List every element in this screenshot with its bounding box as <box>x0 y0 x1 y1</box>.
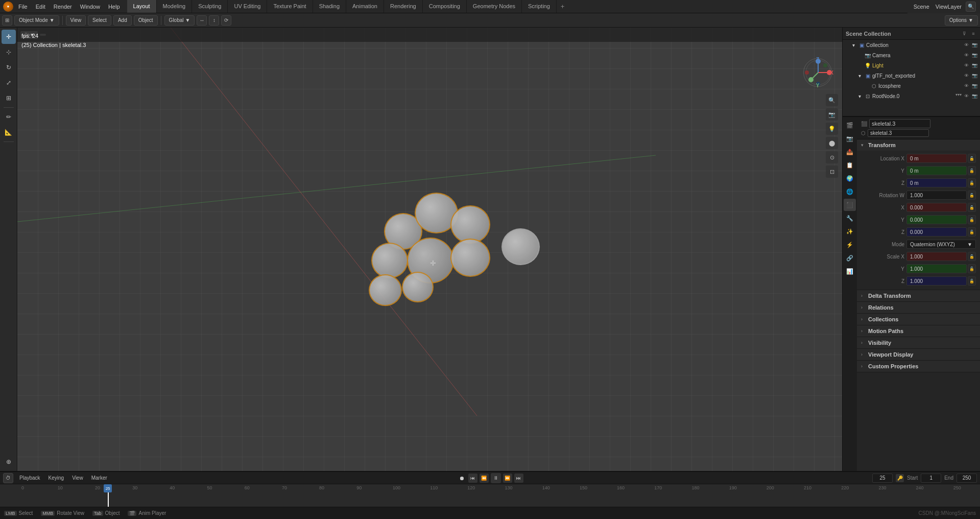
keying-icon[interactable]: 🔑 <box>896 474 904 482</box>
outliner-item-collection[interactable]: ▾ ▣ Collection 👁 📷 <box>843 40 980 50</box>
custom-props-section-header[interactable]: › Custom Properties <box>857 361 980 372</box>
scale-x-lock[interactable]: 🔓 <box>968 252 976 261</box>
tab-compositing[interactable]: Compositing <box>423 0 467 13</box>
prop-tab-world[interactable]: 🌐 <box>844 185 856 198</box>
vp-zoom-in-btn[interactable]: 🔍 <box>826 94 838 106</box>
viewport-gizmo[interactable]: X Z Y <box>803 58 834 89</box>
rotation-x-input[interactable]: 0.000 <box>906 203 967 212</box>
vp-overlays-btn[interactable]: ⊙ <box>826 151 838 163</box>
tab-animation[interactable]: Animation <box>346 0 384 13</box>
tab-shading[interactable]: Shading <box>313 0 346 13</box>
viewport-display-section-header[interactable]: › Viewport Display <box>857 349 980 360</box>
rotation-x-lock[interactable]: 🔓 <box>968 203 976 212</box>
outliner-options-btn[interactable]: ≡ <box>970 30 977 37</box>
add-tool-btn[interactable]: ⊕ <box>2 455 16 469</box>
select-menu[interactable]: Select <box>88 15 111 26</box>
camera-render-icon[interactable]: 📷 <box>971 52 978 59</box>
collection-vis-icon[interactable]: 👁 <box>963 41 970 49</box>
ico-vis-icon[interactable]: 👁 <box>963 82 970 89</box>
transform-icon-2[interactable]: ↕ <box>209 15 219 26</box>
prop-tab-scene-settings[interactable]: 🌍 <box>844 172 856 184</box>
root-vis-icon[interactable]: 👁 <box>963 92 970 100</box>
vp-camera-btn[interactable]: 📷 <box>826 108 838 121</box>
move-tool-btn[interactable]: ⊹ <box>2 45 16 59</box>
transform-icon-1[interactable]: ↔ <box>197 15 207 26</box>
view-menu[interactable]: View <box>66 15 86 26</box>
prop-tab-modifier[interactable]: 🔧 <box>844 212 856 224</box>
rotation-y-input[interactable]: 0.000 <box>906 215 967 224</box>
scale-y-lock[interactable]: 🔓 <box>968 264 976 273</box>
scale-tool-btn[interactable]: ⤢ <box>2 76 16 90</box>
light-vis-icon[interactable]: 👁 <box>963 62 970 69</box>
light-render-icon[interactable]: 📷 <box>971 62 978 69</box>
root-render-icon[interactable]: 📷 <box>971 92 978 100</box>
timeline-playback-menu[interactable]: Playback <box>17 474 42 482</box>
prop-tab-viewlayer[interactable]: 📋 <box>844 159 856 171</box>
transform-tool-btn[interactable]: ⊞ <box>2 91 16 105</box>
timeline-next-btn[interactable]: ⏩ <box>503 474 512 483</box>
relations-section-header[interactable]: › Relations <box>857 302 980 313</box>
location-x-input[interactable]: 0 m <box>906 154 967 163</box>
viewport-layout-icon[interactable]: ⊞ <box>2 15 12 26</box>
location-z-input[interactable]: 0 m <box>906 178 967 187</box>
outliner-item-gltf[interactable]: ▾ ▣ glTF_not_exported 👁 📷 <box>843 70 980 81</box>
collections-section-header[interactable]: › Collections <box>857 314 980 325</box>
outliner-filter-btn[interactable]: ⊽ <box>961 30 968 37</box>
timeline-marker-menu[interactable]: Marker <box>89 474 109 482</box>
scale-y-input[interactable]: 1.000 <box>906 264 967 273</box>
timeline-editor-icon[interactable]: ⏱ <box>3 473 13 483</box>
timeline-prev-btn[interactable]: ⏪ <box>480 474 489 483</box>
menu-edit[interactable]: Edit <box>32 0 50 13</box>
outliner-item-icosphere[interactable]: ⬡ Icosphere 👁 📷 <box>843 81 980 91</box>
options-button[interactable]: Options ▼ <box>945 15 978 26</box>
timeline-view-menu[interactable]: View <box>70 474 85 482</box>
tab-sculpting[interactable]: Sculpting <box>192 0 228 13</box>
end-frame-input[interactable]: 250 <box>957 474 977 483</box>
scale-x-input[interactable]: 1.000 <box>906 252 967 261</box>
scale-z-lock[interactable]: 🔓 <box>968 276 976 286</box>
start-frame-input[interactable]: 1 <box>921 474 941 483</box>
outliner-item-rootnode[interactable]: ▾ ⊡ RootNode.0 ▾▾▾ 👁 📷 <box>843 91 980 101</box>
timeline-first-btn[interactable]: ⏮ <box>468 474 477 483</box>
menu-render[interactable]: Render <box>50 0 76 13</box>
tab-texture-paint[interactable]: Texture Paint <box>267 0 313 13</box>
rotation-w-lock[interactable]: 🔓 <box>968 191 976 200</box>
timeline-last-btn[interactable]: ⏭ <box>514 474 523 483</box>
add-tab-button[interactable]: + <box>557 1 569 12</box>
delta-section-header[interactable]: › Delta Transform <box>857 290 980 301</box>
tab-modeling[interactable]: Modeling <box>157 0 193 13</box>
rotation-w-input[interactable]: 1.000 <box>906 191 967 200</box>
prop-tab-particles[interactable]: ✨ <box>844 225 856 238</box>
prop-tab-physics[interactable]: ⚡ <box>844 239 856 251</box>
search-button[interactable]: 🔍 <box>966 2 976 12</box>
outliner-item-light[interactable]: 💡 Light 👁 📷 <box>843 60 980 70</box>
menu-file[interactable]: File <box>14 0 32 13</box>
tab-uv-editing[interactable]: UV Editing <box>228 0 267 13</box>
location-z-lock[interactable]: 🔓 <box>968 178 976 187</box>
tab-scripting[interactable]: Scripting <box>522 0 557 13</box>
global-transform-dropdown[interactable]: Global ▼ <box>164 15 195 26</box>
prop-tab-data[interactable]: 📊 <box>844 265 856 277</box>
gltf-vis-icon[interactable]: 👁 <box>963 72 970 79</box>
menu-window[interactable]: Window <box>76 0 104 13</box>
scale-z-input[interactable]: 1.000 <box>906 276 967 286</box>
vp-xray-btn[interactable]: ⊡ <box>826 166 838 178</box>
location-y-lock[interactable]: 🔓 <box>968 166 976 175</box>
rotation-z-input[interactable]: 0.000 <box>906 227 967 237</box>
object-mode-dropdown[interactable]: Object Mode ▼ <box>14 15 59 26</box>
cursor-tool-btn[interactable]: ✛ <box>2 30 16 44</box>
vp-shading-btn[interactable]: ⬤ <box>826 137 838 149</box>
transform-icon-3[interactable]: ⟳ <box>221 15 231 26</box>
timeline-play-btn[interactable]: ⏸ <box>491 473 501 483</box>
prop-tab-render[interactable]: 📷 <box>844 132 856 145</box>
ico-render-icon[interactable]: 📷 <box>971 82 978 89</box>
timeline-record-btn[interactable]: ⏺ <box>458 474 466 482</box>
rotate-tool-btn[interactable]: ↻ <box>2 60 16 75</box>
collection-render-icon[interactable]: 📷 <box>971 41 978 49</box>
viewport-3d[interactable]: 🎥▼ fps: 24 (25) Collection | skeletal.3 <box>17 28 842 471</box>
measure-tool-btn[interactable]: 📐 <box>2 125 16 139</box>
timeline-scrubber[interactable]: 0 10 20 30 40 50 60 70 80 90 100 110 120… <box>0 484 980 507</box>
visibility-section-header[interactable]: › Visibility <box>857 337 980 348</box>
prop-tab-constraints[interactable]: 🔗 <box>844 252 856 264</box>
transform-section-header[interactable]: ▾ Transform <box>857 139 980 151</box>
